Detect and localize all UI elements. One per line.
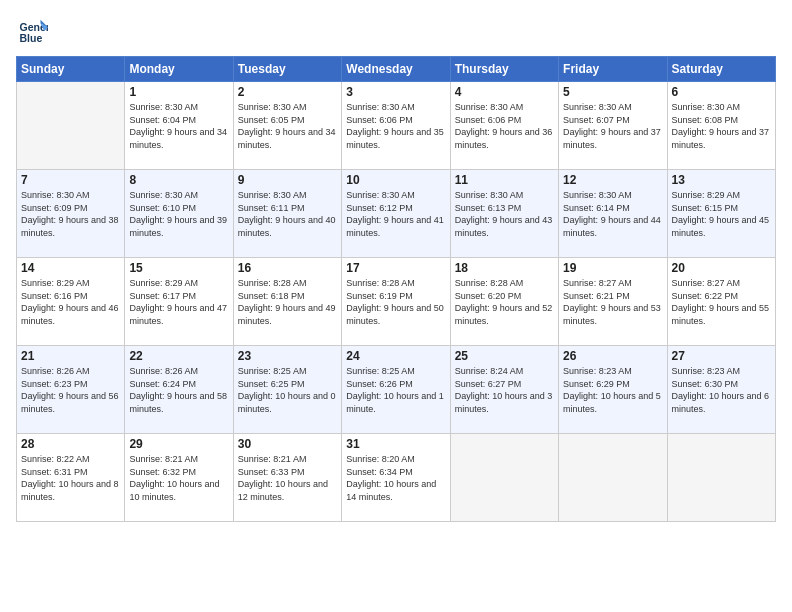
calendar-day-cell: 29Sunrise: 8:21 AMSunset: 6:32 PMDayligh… xyxy=(125,434,233,522)
day-info: Sunrise: 8:30 AMSunset: 6:05 PMDaylight:… xyxy=(238,101,337,151)
calendar-table: SundayMondayTuesdayWednesdayThursdayFrid… xyxy=(16,56,776,522)
calendar-week-row: 7Sunrise: 8:30 AMSunset: 6:09 PMDaylight… xyxy=(17,170,776,258)
day-number: 16 xyxy=(238,261,337,275)
calendar-day-cell: 30Sunrise: 8:21 AMSunset: 6:33 PMDayligh… xyxy=(233,434,341,522)
day-number: 27 xyxy=(672,349,771,363)
weekday-header-saturday: Saturday xyxy=(667,57,775,82)
calendar-day-cell: 22Sunrise: 8:26 AMSunset: 6:24 PMDayligh… xyxy=(125,346,233,434)
logo-icon: General Blue xyxy=(18,16,48,46)
day-number: 8 xyxy=(129,173,228,187)
calendar-day-cell: 2Sunrise: 8:30 AMSunset: 6:05 PMDaylight… xyxy=(233,82,341,170)
weekday-header-wednesday: Wednesday xyxy=(342,57,450,82)
day-number: 17 xyxy=(346,261,445,275)
day-info: Sunrise: 8:22 AMSunset: 6:31 PMDaylight:… xyxy=(21,453,120,503)
calendar-day-cell: 26Sunrise: 8:23 AMSunset: 6:29 PMDayligh… xyxy=(559,346,667,434)
page-header: General Blue xyxy=(16,16,776,46)
day-info: Sunrise: 8:23 AMSunset: 6:30 PMDaylight:… xyxy=(672,365,771,415)
logo: General Blue xyxy=(16,16,48,46)
calendar-week-row: 14Sunrise: 8:29 AMSunset: 6:16 PMDayligh… xyxy=(17,258,776,346)
calendar-day-cell: 31Sunrise: 8:20 AMSunset: 6:34 PMDayligh… xyxy=(342,434,450,522)
day-number: 30 xyxy=(238,437,337,451)
weekday-header-monday: Monday xyxy=(125,57,233,82)
day-info: Sunrise: 8:30 AMSunset: 6:08 PMDaylight:… xyxy=(672,101,771,151)
calendar-day-cell: 3Sunrise: 8:30 AMSunset: 6:06 PMDaylight… xyxy=(342,82,450,170)
day-info: Sunrise: 8:30 AMSunset: 6:09 PMDaylight:… xyxy=(21,189,120,239)
calendar-day-cell: 1Sunrise: 8:30 AMSunset: 6:04 PMDaylight… xyxy=(125,82,233,170)
day-number: 12 xyxy=(563,173,662,187)
day-number: 25 xyxy=(455,349,554,363)
day-info: Sunrise: 8:28 AMSunset: 6:20 PMDaylight:… xyxy=(455,277,554,327)
calendar-day-cell xyxy=(667,434,775,522)
calendar-day-cell: 9Sunrise: 8:30 AMSunset: 6:11 PMDaylight… xyxy=(233,170,341,258)
day-info: Sunrise: 8:29 AMSunset: 6:15 PMDaylight:… xyxy=(672,189,771,239)
calendar-day-cell: 20Sunrise: 8:27 AMSunset: 6:22 PMDayligh… xyxy=(667,258,775,346)
day-info: Sunrise: 8:28 AMSunset: 6:18 PMDaylight:… xyxy=(238,277,337,327)
weekday-header-friday: Friday xyxy=(559,57,667,82)
calendar-day-cell: 16Sunrise: 8:28 AMSunset: 6:18 PMDayligh… xyxy=(233,258,341,346)
day-number: 23 xyxy=(238,349,337,363)
calendar-day-cell: 5Sunrise: 8:30 AMSunset: 6:07 PMDaylight… xyxy=(559,82,667,170)
calendar-day-cell: 19Sunrise: 8:27 AMSunset: 6:21 PMDayligh… xyxy=(559,258,667,346)
day-info: Sunrise: 8:30 AMSunset: 6:07 PMDaylight:… xyxy=(563,101,662,151)
calendar-week-row: 21Sunrise: 8:26 AMSunset: 6:23 PMDayligh… xyxy=(17,346,776,434)
calendar-day-cell: 14Sunrise: 8:29 AMSunset: 6:16 PMDayligh… xyxy=(17,258,125,346)
day-number: 28 xyxy=(21,437,120,451)
calendar-day-cell: 28Sunrise: 8:22 AMSunset: 6:31 PMDayligh… xyxy=(17,434,125,522)
day-number: 11 xyxy=(455,173,554,187)
day-info: Sunrise: 8:25 AMSunset: 6:25 PMDaylight:… xyxy=(238,365,337,415)
calendar-day-cell: 27Sunrise: 8:23 AMSunset: 6:30 PMDayligh… xyxy=(667,346,775,434)
calendar-page: General Blue SundayMondayTuesdayWednesda… xyxy=(0,0,792,612)
day-number: 3 xyxy=(346,85,445,99)
svg-text:Blue: Blue xyxy=(20,32,43,44)
day-info: Sunrise: 8:26 AMSunset: 6:23 PMDaylight:… xyxy=(21,365,120,415)
day-number: 19 xyxy=(563,261,662,275)
weekday-header-thursday: Thursday xyxy=(450,57,558,82)
day-number: 31 xyxy=(346,437,445,451)
calendar-day-cell: 8Sunrise: 8:30 AMSunset: 6:10 PMDaylight… xyxy=(125,170,233,258)
day-number: 20 xyxy=(672,261,771,275)
calendar-day-cell: 10Sunrise: 8:30 AMSunset: 6:12 PMDayligh… xyxy=(342,170,450,258)
calendar-day-cell: 13Sunrise: 8:29 AMSunset: 6:15 PMDayligh… xyxy=(667,170,775,258)
day-number: 15 xyxy=(129,261,228,275)
calendar-day-cell xyxy=(17,82,125,170)
day-number: 24 xyxy=(346,349,445,363)
day-info: Sunrise: 8:30 AMSunset: 6:11 PMDaylight:… xyxy=(238,189,337,239)
day-info: Sunrise: 8:30 AMSunset: 6:06 PMDaylight:… xyxy=(455,101,554,151)
calendar-day-cell: 12Sunrise: 8:30 AMSunset: 6:14 PMDayligh… xyxy=(559,170,667,258)
calendar-day-cell: 18Sunrise: 8:28 AMSunset: 6:20 PMDayligh… xyxy=(450,258,558,346)
day-info: Sunrise: 8:21 AMSunset: 6:33 PMDaylight:… xyxy=(238,453,337,503)
calendar-day-cell: 25Sunrise: 8:24 AMSunset: 6:27 PMDayligh… xyxy=(450,346,558,434)
calendar-day-cell: 11Sunrise: 8:30 AMSunset: 6:13 PMDayligh… xyxy=(450,170,558,258)
day-info: Sunrise: 8:27 AMSunset: 6:22 PMDaylight:… xyxy=(672,277,771,327)
day-info: Sunrise: 8:30 AMSunset: 6:13 PMDaylight:… xyxy=(455,189,554,239)
day-number: 14 xyxy=(21,261,120,275)
day-number: 13 xyxy=(672,173,771,187)
day-number: 6 xyxy=(672,85,771,99)
day-info: Sunrise: 8:23 AMSunset: 6:29 PMDaylight:… xyxy=(563,365,662,415)
day-info: Sunrise: 8:21 AMSunset: 6:32 PMDaylight:… xyxy=(129,453,228,503)
day-info: Sunrise: 8:30 AMSunset: 6:04 PMDaylight:… xyxy=(129,101,228,151)
calendar-week-row: 28Sunrise: 8:22 AMSunset: 6:31 PMDayligh… xyxy=(17,434,776,522)
day-info: Sunrise: 8:20 AMSunset: 6:34 PMDaylight:… xyxy=(346,453,445,503)
day-number: 1 xyxy=(129,85,228,99)
day-info: Sunrise: 8:28 AMSunset: 6:19 PMDaylight:… xyxy=(346,277,445,327)
calendar-day-cell: 6Sunrise: 8:30 AMSunset: 6:08 PMDaylight… xyxy=(667,82,775,170)
day-info: Sunrise: 8:30 AMSunset: 6:12 PMDaylight:… xyxy=(346,189,445,239)
day-info: Sunrise: 8:25 AMSunset: 6:26 PMDaylight:… xyxy=(346,365,445,415)
calendar-day-cell: 4Sunrise: 8:30 AMSunset: 6:06 PMDaylight… xyxy=(450,82,558,170)
calendar-day-cell xyxy=(450,434,558,522)
day-number: 4 xyxy=(455,85,554,99)
day-number: 18 xyxy=(455,261,554,275)
calendar-day-cell: 23Sunrise: 8:25 AMSunset: 6:25 PMDayligh… xyxy=(233,346,341,434)
weekday-header-sunday: Sunday xyxy=(17,57,125,82)
calendar-day-cell: 21Sunrise: 8:26 AMSunset: 6:23 PMDayligh… xyxy=(17,346,125,434)
day-info: Sunrise: 8:26 AMSunset: 6:24 PMDaylight:… xyxy=(129,365,228,415)
day-info: Sunrise: 8:30 AMSunset: 6:10 PMDaylight:… xyxy=(129,189,228,239)
day-number: 26 xyxy=(563,349,662,363)
calendar-day-cell: 7Sunrise: 8:30 AMSunset: 6:09 PMDaylight… xyxy=(17,170,125,258)
weekday-header-tuesday: Tuesday xyxy=(233,57,341,82)
day-info: Sunrise: 8:29 AMSunset: 6:17 PMDaylight:… xyxy=(129,277,228,327)
calendar-week-row: 1Sunrise: 8:30 AMSunset: 6:04 PMDaylight… xyxy=(17,82,776,170)
day-number: 5 xyxy=(563,85,662,99)
day-info: Sunrise: 8:24 AMSunset: 6:27 PMDaylight:… xyxy=(455,365,554,415)
